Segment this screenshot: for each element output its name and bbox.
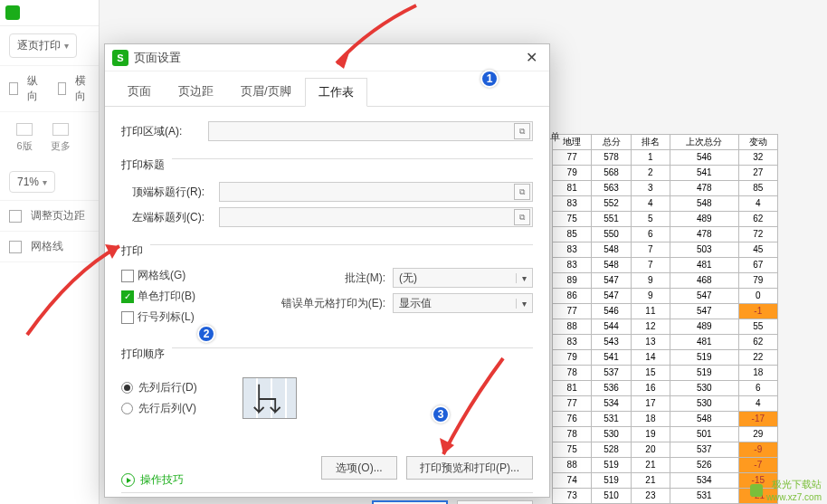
watermark-url: www.xz7.com [766,492,822,502]
table-cell: 519 [592,473,631,489]
table-cell: 22 [738,350,777,366]
errors-label: 错误单元格打印为(E): [275,296,393,311]
table-cell: 543 [592,335,631,350]
table-cell: 547 [670,289,739,304]
annotation-badge-2: 2 [197,325,215,343]
table-cell: 72 [738,227,777,242]
table-cell: 85 [738,181,777,196]
tips-link[interactable]: 操作技巧 [121,472,184,488]
table-cell: 79 [553,350,592,366]
comments-value: (无) [399,271,417,286]
table-cell: 548 [592,258,631,273]
table-cell: 83 [553,196,592,212]
table-cell: 536 [592,381,631,396]
table-row: 885441248955 [553,319,778,335]
range-picker-icon[interactable]: ⧉ [514,209,530,225]
table-header: 上次总分 [670,135,739,150]
table-row: 7552820537-9 [553,442,778,458]
ok-button[interactable]: 确定 [372,500,448,504]
table-cell: 552 [592,196,631,212]
table-cell: 17 [631,396,670,412]
table-cell: 489 [670,212,739,227]
top-title-rows-input[interactable]: ⧉ [219,182,533,202]
landscape-icon[interactable] [58,82,67,95]
print-order-label: 打印顺序 [121,347,165,362]
table-cell: 16 [631,381,670,396]
table-cell: 510 [592,489,631,504]
table-cell: 4 [738,196,777,212]
table-cell: 83 [553,335,592,350]
table-cell: 530 [670,381,739,396]
table-cell: 79 [553,166,592,181]
table-cell: 519 [670,366,739,381]
chevron-down-icon: ▾ [64,41,69,51]
tab-page[interactable]: 页面 [114,77,165,106]
close-button[interactable]: ✕ [520,47,542,69]
table-cell: 519 [670,350,739,366]
errors-select[interactable]: 显示值 ▾ [393,293,533,313]
table-cell: 12 [631,319,670,335]
table-cell: 526 [670,458,739,473]
table-header: 总分 [592,135,631,150]
radio-down-then-over[interactable]: 先列后行(D) [121,380,197,395]
table-cell: 503 [670,242,739,258]
table-cell: 9 [631,289,670,304]
page-print-dropdown[interactable]: 逐页打印 ▾ [9,33,77,58]
table-row: 785301950129 [553,427,778,442]
tab-sheet[interactable]: 工作表 [305,78,367,107]
left-title-cols-input[interactable]: ⧉ [219,207,533,227]
annotation-arrow-1 [271,0,452,81]
table-cell: 530 [592,427,631,442]
table-cell: 18 [631,412,670,427]
tab-margins[interactable]: 页边距 [165,77,227,106]
watermark-logo-icon [750,484,763,497]
table-row: 85550647872 [553,227,778,242]
table-row: 89547946879 [553,273,778,289]
table-cell: 531 [592,412,631,427]
table-cell: 478 [670,181,739,196]
table-cell: 85 [553,227,592,242]
table-row: 835431348162 [553,335,778,350]
table-cell: 45 [738,242,777,258]
table-cell: 78 [553,366,592,381]
table-cell: 83 [553,242,592,258]
cancel-button[interactable]: 取消 [457,500,533,504]
table-cell: 23 [631,489,670,504]
more-icon [52,123,69,136]
table-cell: 501 [670,427,739,442]
range-picker-icon[interactable]: ⧉ [514,123,530,139]
table-cell: 537 [592,366,631,381]
table-cell: 9 [631,273,670,289]
print-area-input[interactable]: ⧉ [208,121,533,141]
table-cell: -7 [738,458,777,473]
radio-over-then-down[interactable]: 先行后列(V) [121,401,197,416]
table-cell: 74 [553,473,592,489]
table-cell: 541 [592,350,631,366]
table-cell: 1 [631,150,670,166]
table-row: 7754611547-1 [553,304,778,319]
table-cell: 468 [670,273,739,289]
comments-select[interactable]: (无) ▾ [393,268,533,288]
table-cell: 481 [670,335,739,350]
table-cell: 481 [670,258,739,273]
dialog-title: 页面设置 [134,50,181,66]
errors-value: 显示值 [399,296,432,311]
print-order-preview [242,377,297,419]
table-cell: 534 [670,473,739,489]
table-cell: 6 [738,381,777,396]
table-row: 77534175304 [553,396,778,412]
orientation-portrait-label: 纵向 [27,73,42,104]
table-cell: 77 [553,396,592,412]
range-picker-icon[interactable]: ⧉ [514,184,530,200]
table-row: 795411451922 [553,350,778,366]
table-cell: 75 [553,212,592,227]
table-row: 7351023531-21 [553,489,778,504]
table-cell: 7 [631,258,670,273]
portrait-icon[interactable] [9,82,18,95]
table-cell: 55 [738,319,777,335]
table-cell: 88 [553,458,592,473]
table-cell: 6 [631,227,670,242]
table-cell: 75 [553,442,592,458]
options-button[interactable]: 选项(O)... [321,456,397,480]
table-cell: 73 [553,489,592,504]
